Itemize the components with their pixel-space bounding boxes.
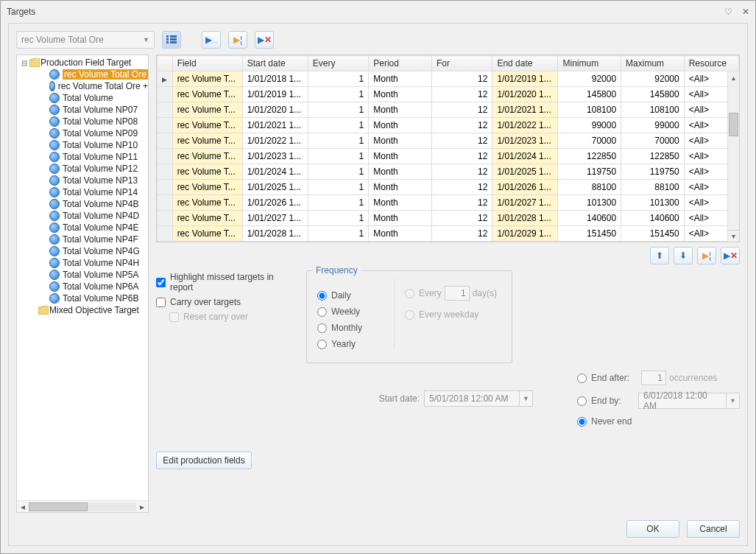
chevron-down-icon: ▼ [143,36,149,43]
table-row[interactable]: rec Volume T...1/01/2021 1...1Month121/0… [158,118,739,133]
tree-item[interactable]: Total Volume NP11 [17,151,148,163]
close-icon[interactable]: ✕ [742,7,749,17]
target-icon [49,152,60,162]
move-down-button[interactable]: ⬇ [674,247,693,264]
reset-check: Reset carry over [169,312,296,322]
target-icon [49,246,60,256]
tree-item[interactable]: Total Volume NP4H [17,257,148,269]
highlight-check[interactable]: Highlight missed targets in report [156,272,296,292]
start-date-label: Start date: [156,393,420,404]
col-max[interactable]: Maximum [621,56,685,71]
svg-rect-5 [170,41,177,43]
table-row[interactable]: rec Volume T...1/01/2024 1...1Month121/0… [158,164,739,180]
col-field[interactable]: Field [172,56,242,71]
tree-item[interactable]: rec Volume Total Ore + [17,80,148,92]
scroll-right-icon[interactable]: ▸ [136,502,148,512]
tree-item[interactable]: Total Volume NP13 [17,175,148,186]
every-weekday: Every weekday [405,309,497,320]
target-icon [49,258,60,268]
window-title: Targets [7,7,717,17]
tree-item[interactable]: Total Volume NP14 [17,186,148,198]
radio-weekly[interactable]: Weekly [317,306,391,317]
col-period[interactable]: Period [369,56,432,71]
scroll-left-icon[interactable]: ◂ [17,502,29,512]
tree-item[interactable]: Total Volume [17,92,148,104]
col-start[interactable]: Start date [242,56,308,71]
svg-rect-0 [166,35,169,38]
svg-rect-1 [170,35,177,38]
delete-button[interactable]: ▶✕ [255,31,274,49]
targets-grid[interactable]: FieldStart dateEveryPeriodForEnd dateMin… [156,55,740,242]
list-icon [166,35,177,44]
col-for[interactable]: For [431,56,492,71]
table-row[interactable]: rec Volume T...1/01/2019 1...1Month121/0… [158,87,739,102]
tree-sibling[interactable]: Mixed Objective Target [17,304,148,316]
cancel-button[interactable]: Cancel [687,520,740,538]
start-date-field: 5/01/2018 12:00 AM [424,390,520,407]
edit-production-fields-button[interactable]: Edit production fields [156,452,252,469]
end-by-row[interactable]: End by:6/01/2018 12:00 AM▼ [577,393,740,409]
insert-row-button[interactable]: ▶¦ [697,247,716,264]
days-spinner: 1 [445,286,470,301]
list-view-button[interactable] [162,31,181,49]
every-n-days: Every1day(s) [405,286,497,301]
vertical-scrollbar[interactable]: ▴ ▾ [727,71,739,242]
col-every[interactable]: Every [308,56,369,71]
col-res[interactable]: Resource [684,56,738,71]
tree-item[interactable]: rec Volume Total Ore [17,69,148,80]
table-row[interactable]: rec Volume T...1/01/2020 1...1Month121/0… [158,102,739,118]
scroll-thumb[interactable] [29,502,88,511]
tree-item[interactable]: Total Volume NP5A [17,269,148,281]
move-up-button[interactable]: ⬆ [650,247,669,264]
navigation-tree[interactable]: ⊟Production Field Targetrec Volume Total… [17,55,148,500]
col-end[interactable]: End date [492,56,558,71]
target-icon [49,222,60,233]
delete-icon: ▶✕ [258,35,272,45]
table-row[interactable]: rec Volume T...1/01/2028 1...1Month121/0… [158,226,739,242]
target-icon [49,281,60,292]
scroll-up-icon[interactable]: ▴ [728,71,739,83]
end-after-row[interactable]: End after:1occurrences [577,371,740,385]
svg-rect-3 [170,38,177,41]
tree-item[interactable]: Total Volume NP6A [17,281,148,292]
tree-root[interactable]: ⊟Production Field Target [17,57,148,69]
table-row[interactable]: rec Volume T...1/01/2023 1...1Month121/0… [158,149,739,164]
filter-icon[interactable]: ♡ [724,7,732,17]
chevron-down-icon: ▼ [727,393,740,409]
tree-item[interactable]: Total Volume NP4G [17,245,148,257]
horizontal-scrollbar[interactable]: ◂ ▸ [17,500,148,512]
target-icon [49,116,60,127]
collapse-icon[interactable]: ⊟ [20,59,29,67]
delete-row-button[interactable]: ▶✕ [721,247,740,264]
field-combo[interactable]: rec Volume Total Ore ▼ [16,31,155,49]
never-end-row[interactable]: Never end [577,416,740,427]
radio-yearly[interactable]: Yearly [317,339,391,349]
tree-item[interactable]: Total Volume NP10 [17,139,148,151]
table-row[interactable]: rec Volume T...1/01/2022 1...1Month121/0… [158,133,739,149]
play-button[interactable]: ▶… [202,31,221,49]
arrow-down-icon: ⬇ [679,250,687,261]
ok-button[interactable]: OK [626,520,679,538]
target-icon [49,140,60,150]
radio-monthly[interactable]: Monthly [317,323,391,333]
tree-item[interactable]: Total Volume NP4E [17,222,148,234]
carry-check[interactable]: Carry over targets [156,297,296,307]
col-min[interactable]: Minimum [558,56,621,71]
table-row[interactable]: ▶rec Volume T...1/01/2018 1...1Month121/… [158,71,739,87]
tree-item[interactable]: Total Volume NP4B [17,198,148,210]
scroll-thumb-v[interactable] [729,113,738,136]
table-row[interactable]: rec Volume T...1/01/2026 1...1Month121/0… [158,195,739,211]
tree-item[interactable]: Total Volume NP12 [17,163,148,175]
tree-item[interactable]: Total Volume NP6B [17,292,148,304]
table-row[interactable]: rec Volume T...1/01/2027 1...1Month121/0… [158,211,739,226]
radio-daily[interactable]: Daily [317,290,391,301]
tree-item[interactable]: Total Volume NP09 [17,127,148,139]
target-icon [49,175,60,186]
tree-item[interactable]: Total Volume NP08 [17,116,148,127]
table-row[interactable]: rec Volume T...1/01/2025 1...1Month121/0… [158,180,739,195]
tree-item[interactable]: Total Volume NP4D [17,210,148,222]
scroll-down-icon[interactable]: ▾ [728,230,739,242]
insert-button[interactable]: ▶¦ [228,31,247,49]
tree-item[interactable]: Total Volume NP4F [17,234,148,245]
tree-item[interactable]: Total Volume NP07 [17,104,148,116]
